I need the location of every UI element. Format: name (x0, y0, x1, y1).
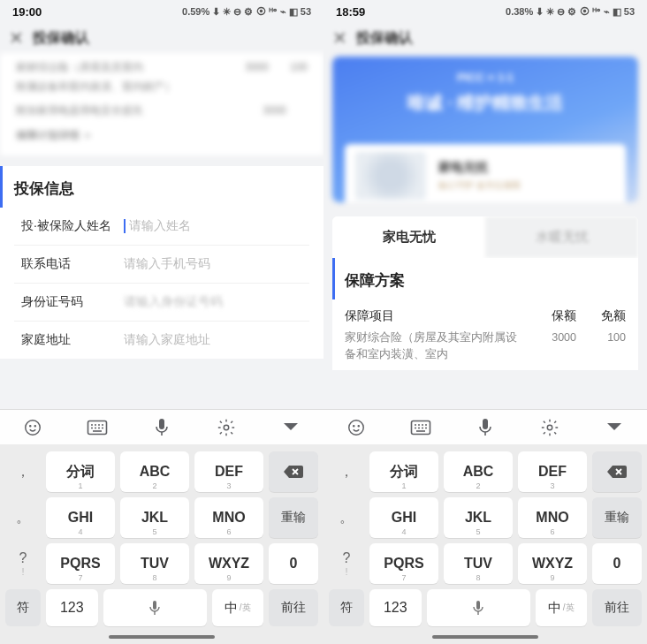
status-bar: 18:59 0.38% ⬇ ✳ ⊖ ⚙ ⦿ ᴴᵒ ⌁ ◧ 53 (324, 0, 647, 23)
kb-toolbar (0, 409, 324, 444)
kb-backspace[interactable] (592, 451, 642, 492)
banner-card-title: 家电无忧 (438, 160, 521, 176)
chevron-down-icon[interactable] (278, 414, 304, 441)
kb-5[interactable]: JKL5 (444, 497, 513, 538)
kb-q-ex[interactable]: ?! (329, 543, 364, 584)
emoji-icon[interactable] (343, 414, 369, 441)
field-phone[interactable]: 联系电话 请输入手机号码 (14, 246, 309, 284)
gear-icon[interactable] (537, 414, 563, 441)
svg-rect-31 (483, 419, 488, 429)
kb-num[interactable]: 123 (46, 589, 98, 626)
kb-lang[interactable]: 中/英 (212, 589, 264, 626)
table-head: 保障项目 保额 免额 (345, 299, 626, 330)
svg-rect-34 (476, 601, 480, 610)
kb-lang[interactable]: 中/英 (536, 589, 588, 626)
kb-num[interactable]: 123 (369, 589, 422, 626)
kb-8[interactable]: TUV8 (444, 543, 513, 584)
keyboard-icon[interactable] (84, 414, 110, 441)
td-deduct: 100 (576, 330, 626, 363)
svg-rect-21 (411, 420, 430, 434)
kb-3[interactable]: DEF3 (194, 451, 263, 492)
keyboard: ， 分词1 ABC2 DEF3 。 GHI4 JKL5 MNO6 重输 ?! P… (0, 409, 324, 644)
kb-sym[interactable]: 符 (5, 589, 41, 626)
field-name-input[interactable]: 请输入姓名 (129, 218, 303, 234)
kb-comma[interactable]: ， (329, 451, 364, 492)
kb-comma[interactable]: ， (5, 451, 41, 492)
kb-4[interactable]: GHI4 (369, 497, 438, 538)
kb-toolbar (324, 409, 647, 444)
chevron-down-icon[interactable] (601, 414, 628, 441)
tabs: 家电无忧 水暖无忧 (332, 216, 638, 258)
th-deduct: 免额 (576, 308, 626, 324)
kb-period[interactable]: 。 (5, 497, 41, 538)
kb-reenter[interactable]: 重输 (592, 497, 642, 538)
table-row: 家财综合险（房屋及其室内附属设备和室内装潢、室内 3000 100 (345, 330, 626, 363)
kb-2[interactable]: ABC2 (120, 451, 189, 492)
svg-point-2 (34, 425, 35, 426)
field-phone-label: 联系电话 (21, 256, 124, 272)
kb-6[interactable]: MNO6 (518, 497, 587, 538)
banner: PICC × 1·1 唯诚 · 维护精致生活 家电无忧 贴心守护 全方位保障 (332, 57, 638, 202)
kb-7[interactable]: PQRS7 (46, 543, 115, 584)
kb-8[interactable]: TUV8 (120, 543, 189, 584)
emoji-icon[interactable] (19, 414, 46, 441)
field-id-label: 身份证号码 (21, 294, 124, 310)
section-title: 投保信息 (0, 166, 309, 208)
kb-4[interactable]: GHI4 (46, 497, 115, 538)
svg-rect-16 (153, 601, 156, 610)
mic-icon[interactable] (472, 414, 499, 441)
close-icon[interactable]: ✕ (9, 27, 24, 49)
field-address[interactable]: 家庭地址 请输入家庭地址 (14, 322, 309, 359)
kb-0[interactable]: 0 (592, 543, 642, 584)
field-phone-input[interactable]: 请输入手机号码 (124, 256, 302, 272)
title-bar: ✕ 投保确认 (0, 23, 324, 53)
phone-right: 18:59 0.38% ⬇ ✳ ⊖ ⚙ ⦿ ᴴᵒ ⌁ ◧ 53 ✕ 投保确认 P… (324, 0, 647, 644)
field-id[interactable]: 身份证号码 请输入身份证号码 (14, 284, 309, 322)
kb-go[interactable]: 前往 (592, 589, 642, 626)
kb-space[interactable] (103, 589, 207, 626)
field-id-input[interactable]: 请输入身份证号码 (124, 294, 302, 310)
kb-q-ex[interactable]: ?! (5, 543, 41, 584)
status-right: 0.38% ⬇ ✳ ⊖ ⚙ ⦿ ᴴᵒ ⌁ ◧ 53 (506, 6, 635, 18)
close-icon[interactable]: ✕ (332, 27, 347, 49)
svg-point-15 (224, 425, 229, 430)
kb-2[interactable]: ABC2 (444, 451, 513, 492)
kb-9[interactable]: WXYZ9 (194, 543, 263, 584)
kb-7[interactable]: PQRS7 (369, 543, 438, 584)
field-name[interactable]: 投·被保险人姓名 请输入姓名 (14, 208, 309, 246)
svg-point-18 (348, 420, 363, 435)
kb-0[interactable]: 0 (269, 543, 318, 584)
kb-backspace[interactable] (269, 451, 318, 492)
kb-sym[interactable]: 符 (329, 589, 364, 626)
field-address-input[interactable]: 请输入家庭地址 (124, 332, 302, 348)
page-title: 投保确认 (33, 29, 89, 48)
kb-go[interactable]: 前往 (269, 589, 318, 626)
kb-9[interactable]: WXYZ9 (518, 543, 587, 584)
td-amount: 3000 (527, 330, 576, 363)
status-time: 18:59 (336, 5, 365, 19)
kb-1[interactable]: 分词1 (369, 451, 438, 492)
kb-reenter[interactable]: 重输 (269, 497, 318, 538)
insure-info-card: 投保信息 投·被保险人姓名 请输入姓名 联系电话 请输入手机号码 身份证号码 请… (0, 166, 324, 359)
status-time: 19:00 (12, 5, 42, 19)
status-bar: 19:00 0.59% ⬇ ✳ ⊖ ⚙ ⦿ ᴴᵒ ⌁ ◧ 53 (0, 0, 324, 23)
mic-icon[interactable] (148, 414, 175, 441)
kb-period[interactable]: 。 (329, 497, 364, 538)
kb-6[interactable]: MNO6 (194, 497, 263, 538)
th-item: 保障项目 (345, 308, 527, 324)
keyboard-icon[interactable] (407, 414, 434, 441)
svg-point-20 (358, 425, 359, 426)
kb-space[interactable] (427, 589, 530, 626)
field-address-label: 家庭地址 (21, 332, 124, 348)
gear-icon[interactable] (213, 414, 240, 441)
banner-image (355, 152, 426, 200)
section-title: 保障方案 (332, 258, 626, 299)
svg-point-1 (29, 425, 30, 426)
tab-inactive[interactable]: 水暖无忧 (485, 216, 638, 258)
tab-active[interactable]: 家电无忧 (332, 216, 485, 258)
kb-1[interactable]: 分词1 (46, 451, 115, 492)
kb-5[interactable]: JKL5 (120, 497, 189, 538)
keyboard: ， 分词1 ABC2 DEF3 。 GHI4 JKL5 MNO6 重输 ?! P… (324, 409, 647, 644)
svg-rect-13 (159, 419, 164, 429)
kb-3[interactable]: DEF3 (518, 451, 587, 492)
